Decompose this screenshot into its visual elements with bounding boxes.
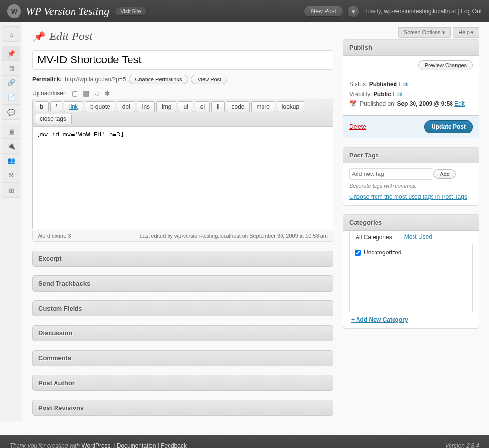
sidebar-posts[interactable]: 📌: [2, 46, 20, 61]
upload-label: Upload/Insert: [32, 90, 67, 97]
tag-input[interactable]: [349, 168, 432, 180]
sidebar-links[interactable]: 🔗: [2, 76, 20, 90]
categories-box: Categories All Categories Most Used Unca…: [343, 214, 479, 329]
sidebar-tools[interactable]: ⚒: [2, 168, 20, 183]
documentation-link[interactable]: Documentation: [117, 442, 156, 448]
admin-footer: Thank you for creating with WordPress. |…: [0, 435, 489, 448]
metabox-excerpt[interactable]: Excerpt: [32, 251, 333, 267]
sidebar-plugins[interactable]: 🔌: [2, 139, 20, 154]
add-category-link[interactable]: + Add New Category: [349, 312, 408, 323]
editor-toolbar: b i link b-quote del ins img ul ol li co…: [32, 99, 333, 127]
preview-changes-button[interactable]: Preview Changes: [418, 60, 473, 70]
sidebar-media[interactable]: ▦: [2, 61, 20, 76]
plugin-icon: 🔌: [7, 142, 15, 150]
tags-box: Post Tags Add Separate tags with commas.…: [343, 147, 479, 206]
users-icon: 👥: [7, 157, 15, 164]
edit-status-link[interactable]: Edit: [398, 81, 409, 88]
category-checkbox[interactable]: [355, 250, 361, 256]
sidebar-dashboard[interactable]: ⌂: [2, 27, 20, 41]
metabox-discussion[interactable]: Discussion: [32, 325, 333, 341]
sidebar-appearance[interactable]: ▣: [2, 124, 20, 139]
ed-li-button[interactable]: li: [211, 101, 225, 112]
footer-thanks: Thank you for creating with: [10, 442, 80, 448]
ed-bquote-button[interactable]: b-quote: [85, 101, 115, 112]
howdy-label: Howdy,: [363, 8, 382, 15]
ed-bold-button[interactable]: b: [35, 101, 49, 112]
pushpin-icon: 📌: [32, 31, 44, 42]
ed-del-button[interactable]: del: [117, 101, 135, 112]
metabox-comments[interactable]: Comments: [32, 350, 333, 366]
ed-close-button[interactable]: close tags: [35, 114, 72, 124]
admin-sidebar: ⌂ 📌 ▦ 🔗 📄 💬 ▣ 🔌 👥 ⚒ ⊞: [0, 22, 22, 421]
ed-ul-button[interactable]: ul: [178, 101, 193, 112]
word-count-label: Word count:: [38, 233, 66, 239]
category-label: Uncategorized: [364, 249, 401, 256]
visibility-value: Public: [374, 91, 391, 97]
add-media-icon[interactable]: ✱: [104, 89, 110, 97]
edit-visibility-link[interactable]: Edit: [393, 91, 403, 97]
choose-tags-link[interactable]: Choose from the most used tags in Post T…: [349, 194, 473, 200]
ed-link-button[interactable]: link: [64, 101, 83, 112]
version-text: Version 2.8.4: [445, 442, 479, 448]
new-post-button[interactable]: New Post: [304, 6, 343, 17]
comment-icon: 💬: [7, 109, 15, 116]
feedback-link[interactable]: Feedback: [161, 442, 187, 448]
user-link[interactable]: wp-version-testing.localhost: [384, 8, 456, 15]
pin-icon: 📌: [7, 50, 15, 57]
published-date: Sep 30, 2009 @ 9:58: [397, 100, 452, 107]
cat-tab-most[interactable]: Most Used: [398, 231, 438, 244]
update-post-button[interactable]: Update Post: [424, 120, 473, 133]
visit-site-button[interactable]: Visit Site: [115, 7, 147, 16]
visibility-label: Visibility:: [349, 91, 372, 97]
change-permalinks-button[interactable]: Change Permalinks: [129, 75, 188, 84]
post-content-textarea[interactable]: [mv-id mv='WoW EU' h=3]: [32, 127, 333, 229]
permalink-label: Permalink:: [32, 76, 62, 83]
ed-ol-button[interactable]: ol: [195, 101, 210, 112]
word-count-value: 3: [68, 233, 71, 239]
metabox-custom-fields[interactable]: Custom Fields: [32, 300, 333, 316]
wordpress-link[interactable]: WordPress: [81, 442, 110, 448]
permalink-url: http://wp.largo.lan/?p=5: [65, 76, 126, 83]
admin-header: W WP Version Testing Visit Site New Post…: [0, 0, 489, 22]
wordpress-logo-icon[interactable]: W: [7, 4, 21, 18]
sidebar-users[interactable]: 👥: [2, 154, 20, 168]
upload-insert-row: Upload/Insert ▢ ▤ ♫ ✱: [32, 89, 333, 97]
new-post-dropdown[interactable]: ▾: [347, 6, 359, 17]
ed-italic-button[interactable]: i: [50, 101, 62, 112]
post-title-input[interactable]: [32, 50, 333, 70]
site-title[interactable]: WP Version Testing: [26, 5, 109, 18]
ed-lookup-button[interactable]: lookup: [277, 101, 304, 112]
ed-more-button[interactable]: more: [251, 101, 275, 112]
view-post-button[interactable]: View Post: [191, 75, 227, 84]
sidebar-comments[interactable]: 💬: [2, 105, 20, 119]
status-label: Status:: [349, 81, 367, 88]
help-tab[interactable]: Help ▾: [453, 27, 479, 38]
calendar-icon: 📅: [349, 100, 357, 107]
add-image-icon[interactable]: ▢: [72, 89, 78, 97]
metabox-author[interactable]: Post Author: [32, 375, 333, 391]
ed-img-button[interactable]: img: [156, 101, 176, 112]
publish-box: Publish Preview Changes Status: Publishe…: [343, 39, 479, 138]
category-item[interactable]: Uncategorized: [355, 249, 468, 256]
ed-code-button[interactable]: code: [226, 101, 249, 112]
sidebar-settings[interactable]: ⊞: [2, 183, 20, 197]
ed-ins-button[interactable]: ins: [137, 101, 155, 112]
sidebar-pages[interactable]: 📄: [2, 90, 20, 105]
editor-footer: Word count: 3 Last edited by wp-version-…: [32, 231, 333, 242]
logout-link[interactable]: Log Out: [461, 8, 482, 15]
page-title: 📌 Edit Post: [32, 30, 333, 43]
home-icon: ⌂: [9, 31, 13, 38]
screen-options-tab[interactable]: Screen Options ▾: [398, 27, 451, 38]
delete-post-link[interactable]: Delete: [349, 123, 366, 130]
cat-tab-all[interactable]: All Categories: [349, 231, 398, 244]
tools-icon: ⚒: [8, 172, 14, 179]
edit-date-link[interactable]: Edit: [454, 100, 465, 107]
add-audio-icon[interactable]: ♫: [94, 89, 99, 97]
add-video-icon[interactable]: ▤: [83, 89, 89, 97]
howdy-text: Howdy, wp-version-testing.localhost | Lo…: [363, 8, 482, 15]
metabox-revisions[interactable]: Post Revisions: [32, 400, 333, 416]
tag-hint: Separate tags with commas.: [349, 183, 473, 189]
metabox-trackbacks[interactable]: Send Trackbacks: [32, 275, 333, 292]
add-tag-button[interactable]: Add: [433, 169, 456, 179]
category-list: Uncategorized: [349, 244, 473, 312]
